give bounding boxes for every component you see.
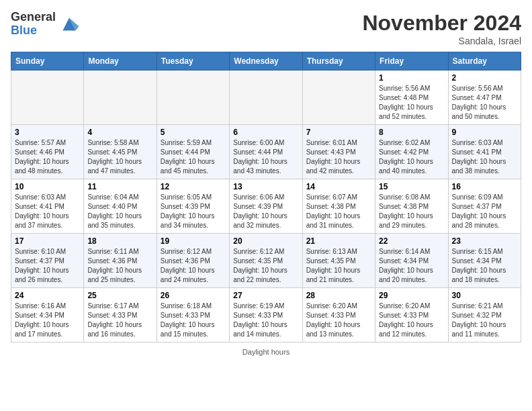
calendar-cell: 26Sunrise: 6:18 AM Sunset: 4:33 PM Dayli… <box>157 288 229 342</box>
header-thursday: Thursday <box>302 52 375 71</box>
day-number: 17 <box>15 236 80 246</box>
calendar-cell: 20Sunrise: 6:12 AM Sunset: 4:35 PM Dayli… <box>230 234 302 288</box>
day-number: 14 <box>306 182 371 191</box>
page-header: General Blue November 2024 Sandala, Isra… <box>11 11 521 46</box>
day-number: 5 <box>161 128 226 137</box>
calendar-cell: 9Sunrise: 6:03 AM Sunset: 4:41 PM Daylig… <box>448 125 521 179</box>
day-number: 10 <box>15 182 80 191</box>
day-number: 29 <box>379 291 444 300</box>
day-info: Sunrise: 6:02 AM Sunset: 4:42 PM Dayligh… <box>379 138 444 176</box>
calendar-cell: 2Sunrise: 5:56 AM Sunset: 4:47 PM Daylig… <box>448 71 521 125</box>
day-info: Sunrise: 6:12 AM Sunset: 4:36 PM Dayligh… <box>161 247 226 285</box>
calendar-header-row: SundayMondayTuesdayWednesdayThursdayFrid… <box>11 52 521 71</box>
day-number: 2 <box>452 73 517 83</box>
calendar-cell <box>157 71 229 125</box>
day-number: 15 <box>379 182 444 191</box>
day-info: Sunrise: 6:20 AM Sunset: 4:33 PM Dayligh… <box>379 302 444 339</box>
calendar-cell: 13Sunrise: 6:06 AM Sunset: 4:39 PM Dayli… <box>230 179 302 234</box>
calendar-cell: 17Sunrise: 6:10 AM Sunset: 4:37 PM Dayli… <box>11 234 84 288</box>
logo-text: General Blue <box>11 11 56 38</box>
day-number: 28 <box>306 291 371 300</box>
calendar-cell: 4Sunrise: 5:58 AM Sunset: 4:45 PM Daylig… <box>84 125 157 179</box>
calendar-cell <box>84 71 157 125</box>
calendar-week-4: 17Sunrise: 6:10 AM Sunset: 4:37 PM Dayli… <box>11 234 521 288</box>
day-info: Sunrise: 6:03 AM Sunset: 4:41 PM Dayligh… <box>452 138 517 176</box>
location-subtitle: Sandala, Israel <box>362 36 521 46</box>
day-number: 4 <box>87 128 152 137</box>
day-number: 21 <box>306 236 371 246</box>
calendar-cell: 27Sunrise: 6:19 AM Sunset: 4:33 PM Dayli… <box>230 288 302 342</box>
footer-daylight: Daylight hours <box>11 348 521 356</box>
calendar-cell <box>302 71 375 125</box>
header-saturday: Saturday <box>448 52 521 71</box>
calendar-cell: 6Sunrise: 6:00 AM Sunset: 4:44 PM Daylig… <box>230 125 302 179</box>
day-info: Sunrise: 6:11 AM Sunset: 4:36 PM Dayligh… <box>87 247 152 285</box>
day-number: 25 <box>87 291 152 300</box>
calendar-week-2: 3Sunrise: 5:57 AM Sunset: 4:46 PM Daylig… <box>11 125 521 179</box>
day-number: 26 <box>161 291 226 300</box>
day-number: 19 <box>161 236 226 246</box>
day-info: Sunrise: 5:56 AM Sunset: 4:47 PM Dayligh… <box>452 84 517 122</box>
day-info: Sunrise: 6:17 AM Sunset: 4:33 PM Dayligh… <box>87 302 152 339</box>
day-info: Sunrise: 6:15 AM Sunset: 4:34 PM Dayligh… <box>452 247 517 285</box>
header-wednesday: Wednesday <box>230 52 302 71</box>
day-info: Sunrise: 6:04 AM Sunset: 4:40 PM Dayligh… <box>87 193 152 230</box>
calendar-cell: 10Sunrise: 6:03 AM Sunset: 4:41 PM Dayli… <box>11 179 84 234</box>
day-info: Sunrise: 6:08 AM Sunset: 4:38 PM Dayligh… <box>379 193 444 230</box>
month-title: November 2024 <box>362 11 521 36</box>
calendar-cell: 16Sunrise: 6:09 AM Sunset: 4:37 PM Dayli… <box>448 179 521 234</box>
header-sunday: Sunday <box>11 52 84 71</box>
day-number: 1 <box>379 73 444 83</box>
day-number: 24 <box>15 291 80 300</box>
calendar-cell: 8Sunrise: 6:02 AM Sunset: 4:42 PM Daylig… <box>375 125 448 179</box>
calendar-cell: 14Sunrise: 6:07 AM Sunset: 4:38 PM Dayli… <box>302 179 375 234</box>
day-info: Sunrise: 6:01 AM Sunset: 4:43 PM Dayligh… <box>306 138 371 176</box>
calendar-cell: 28Sunrise: 6:20 AM Sunset: 4:33 PM Dayli… <box>302 288 375 342</box>
calendar-cell: 12Sunrise: 6:05 AM Sunset: 4:39 PM Dayli… <box>157 179 229 234</box>
calendar-cell: 29Sunrise: 6:20 AM Sunset: 4:33 PM Dayli… <box>375 288 448 342</box>
day-number: 7 <box>306 128 371 137</box>
calendar-table: SundayMondayTuesdayWednesdayThursdayFrid… <box>11 52 521 342</box>
calendar-cell: 25Sunrise: 6:17 AM Sunset: 4:33 PM Dayli… <box>84 288 157 342</box>
day-number: 3 <box>15 128 80 137</box>
calendar-cell: 15Sunrise: 6:08 AM Sunset: 4:38 PM Dayli… <box>375 179 448 234</box>
calendar-week-1: 1Sunrise: 5:56 AM Sunset: 4:48 PM Daylig… <box>11 71 521 125</box>
day-info: Sunrise: 6:14 AM Sunset: 4:34 PM Dayligh… <box>379 247 444 285</box>
day-number: 18 <box>87 236 152 246</box>
calendar-cell: 23Sunrise: 6:15 AM Sunset: 4:34 PM Dayli… <box>448 234 521 288</box>
calendar-week-5: 24Sunrise: 6:16 AM Sunset: 4:34 PM Dayli… <box>11 288 521 342</box>
calendar-cell: 11Sunrise: 6:04 AM Sunset: 4:40 PM Dayli… <box>84 179 157 234</box>
day-number: 12 <box>161 182 226 191</box>
calendar-cell: 19Sunrise: 6:12 AM Sunset: 4:36 PM Dayli… <box>157 234 229 288</box>
calendar-cell: 1Sunrise: 5:56 AM Sunset: 4:48 PM Daylig… <box>375 71 448 125</box>
day-info: Sunrise: 6:05 AM Sunset: 4:39 PM Dayligh… <box>161 193 226 230</box>
day-info: Sunrise: 5:59 AM Sunset: 4:44 PM Dayligh… <box>161 138 226 176</box>
day-info: Sunrise: 6:21 AM Sunset: 4:32 PM Dayligh… <box>452 302 517 339</box>
day-info: Sunrise: 6:18 AM Sunset: 4:33 PM Dayligh… <box>161 302 226 339</box>
header-monday: Monday <box>84 52 157 71</box>
calendar-cell: 22Sunrise: 6:14 AM Sunset: 4:34 PM Dayli… <box>375 234 448 288</box>
header-tuesday: Tuesday <box>157 52 229 71</box>
day-number: 6 <box>233 128 298 137</box>
calendar-week-3: 10Sunrise: 6:03 AM Sunset: 4:41 PM Dayli… <box>11 179 521 234</box>
day-info: Sunrise: 6:00 AM Sunset: 4:44 PM Dayligh… <box>233 138 298 176</box>
day-info: Sunrise: 6:03 AM Sunset: 4:41 PM Dayligh… <box>15 193 80 230</box>
logo-blue: Blue <box>11 24 56 38</box>
calendar-cell: 3Sunrise: 5:57 AM Sunset: 4:46 PM Daylig… <box>11 125 84 179</box>
day-number: 27 <box>233 291 298 300</box>
day-info: Sunrise: 6:12 AM Sunset: 4:35 PM Dayligh… <box>233 247 298 285</box>
day-number: 30 <box>452 291 517 300</box>
calendar-cell: 7Sunrise: 6:01 AM Sunset: 4:43 PM Daylig… <box>302 125 375 179</box>
day-number: 20 <box>233 236 298 246</box>
day-info: Sunrise: 6:06 AM Sunset: 4:39 PM Dayligh… <box>233 193 298 230</box>
logo-general: General <box>11 11 56 24</box>
day-info: Sunrise: 6:13 AM Sunset: 4:35 PM Dayligh… <box>306 247 371 285</box>
day-info: Sunrise: 6:07 AM Sunset: 4:38 PM Dayligh… <box>306 193 371 230</box>
calendar-cell: 18Sunrise: 6:11 AM Sunset: 4:36 PM Dayli… <box>84 234 157 288</box>
logo: General Blue <box>11 11 80 38</box>
day-number: 16 <box>452 182 517 191</box>
day-info: Sunrise: 6:19 AM Sunset: 4:33 PM Dayligh… <box>233 302 298 339</box>
day-info: Sunrise: 6:16 AM Sunset: 4:34 PM Dayligh… <box>15 302 80 339</box>
calendar-cell: 5Sunrise: 5:59 AM Sunset: 4:44 PM Daylig… <box>157 125 229 179</box>
calendar-cell: 30Sunrise: 6:21 AM Sunset: 4:32 PM Dayli… <box>448 288 521 342</box>
